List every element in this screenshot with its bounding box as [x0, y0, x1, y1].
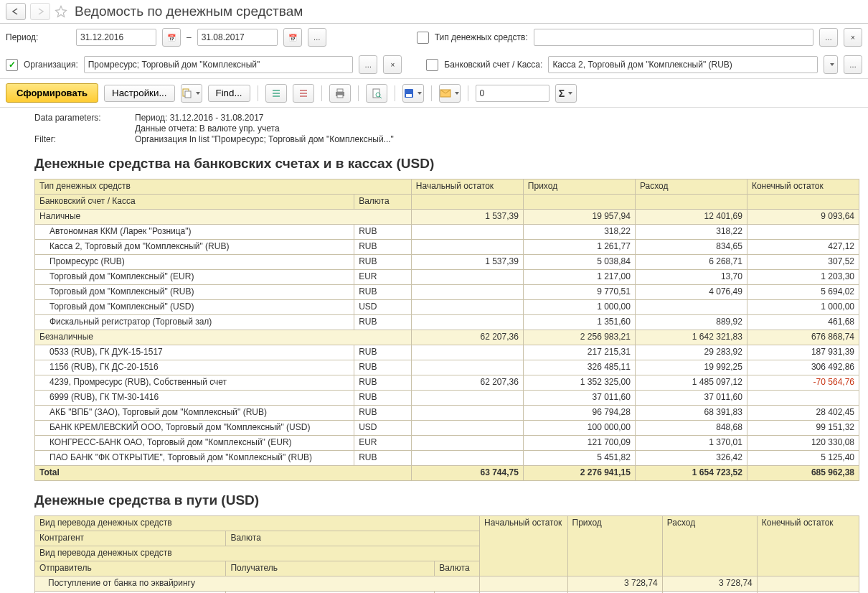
table-row[interactable]: АКБ "ВПБ" (ЗАО), Торговый дом "Комплексн… — [35, 406, 859, 421]
table-row[interactable]: КОНГРЕСС-БАНК ОАО, Торговый дом "Комплек… — [35, 436, 859, 451]
money-type-label: Тип денежных средств: — [435, 32, 528, 42]
num-input[interactable]: 0 — [476, 85, 549, 102]
calendar-icon[interactable]: 📅 — [283, 28, 302, 47]
table-row[interactable]: Безналичные62 207,362 256 983,211 642 32… — [35, 330, 859, 345]
email-button[interactable] — [439, 84, 461, 103]
preview-button[interactable] — [366, 84, 387, 103]
variants-button[interactable] — [181, 84, 202, 103]
print-button[interactable] — [329, 84, 351, 103]
bank-checkbox[interactable] — [426, 59, 438, 71]
date-to-input[interactable]: 31.08.2017 — [197, 29, 278, 46]
collapse-button[interactable] — [293, 84, 314, 103]
section1-title: Денежные средства на банковских счетах и… — [34, 156, 862, 172]
money-type-input[interactable] — [534, 29, 813, 46]
money-type-checkbox[interactable] — [417, 32, 429, 44]
bank-select-button[interactable]: … — [844, 55, 862, 74]
table-row[interactable]: 1156 (RUB), ГК ДС-20-1516RUB326 485,1119… — [35, 360, 859, 375]
period-select-button[interactable]: … — [308, 28, 326, 47]
section1-table: Тип денежных средствНачальный остатокПри… — [34, 179, 859, 481]
table-row[interactable]: Торговый дом "Комплексный" (RUB)RUB9 770… — [35, 285, 859, 300]
svg-rect-8 — [406, 94, 412, 97]
table-row[interactable]: Торговый дом "Комплексный" (USD)USD1 000… — [35, 300, 859, 315]
params-label: Data parameters: — [34, 113, 121, 123]
sum-button[interactable]: Σ — [555, 84, 577, 103]
generate-button[interactable]: Сформировать — [6, 83, 98, 103]
table-row[interactable]: Фискальный регистратор (Торговый зал)RUB… — [35, 315, 859, 330]
svg-rect-3 — [337, 89, 343, 92]
filter-value: Организация In list "Промресурс; Торговы… — [135, 134, 394, 144]
org-input[interactable]: Промресурс; Торговый дом "Комплексный" — [84, 56, 354, 73]
params-line: Период: 31.12.2016 - 31.08.2017 — [135, 113, 264, 123]
dash: – — [187, 32, 192, 42]
org-select-button[interactable]: … — [359, 55, 377, 74]
table-row[interactable]: ПАО БАНК "ФК ОТКРЫТИЕ", Торговый дом "Ко… — [35, 451, 859, 466]
table-row[interactable]: Автономная ККМ (Ларек "Розница")RUB318,2… — [35, 225, 859, 240]
table-row[interactable]: 6999 (RUB), ГК ТМ-30-1416RUB37 011,6037 … — [35, 391, 859, 406]
table-row[interactable]: БАНК КРЕМЛЕВСКИЙ ООО, Торговый дом "Комп… — [35, 421, 859, 436]
org-label: Организация: — [24, 60, 78, 70]
money-type-clear-button[interactable]: × — [844, 28, 862, 47]
settings-button[interactable]: Настройки... — [104, 85, 174, 102]
save-button[interactable] — [402, 84, 424, 103]
bank-input[interactable]: Касса 2, Торговый дом "Комплексный" (RUB… — [548, 56, 818, 73]
svg-rect-4 — [337, 95, 343, 98]
table-row[interactable]: Промресурс (RUB)RUB1 537,395 038,846 268… — [35, 255, 859, 270]
page-title: Ведомость по денежным средствам — [75, 4, 303, 19]
back-button[interactable] — [6, 3, 26, 20]
table-row[interactable]: Торговый дом "Комплексный" (EUR)EUR1 217… — [35, 270, 859, 285]
find-button[interactable]: Find... — [208, 85, 250, 102]
date-from-input[interactable]: 31.12.2016 — [76, 29, 156, 46]
table-row[interactable]: Касса 2, Торговый дом "Комплексный" (RUB… — [35, 240, 859, 255]
filter-label: Filter: — [34, 134, 121, 144]
expand-button[interactable] — [265, 84, 287, 103]
period-label: Период: — [6, 32, 70, 42]
money-type-select-button[interactable]: … — [819, 28, 838, 47]
bank-dropdown-button[interactable] — [824, 55, 838, 74]
calendar-icon[interactable]: 📅 — [162, 28, 181, 47]
org-clear-button[interactable]: × — [383, 55, 402, 74]
forward-button[interactable] — [30, 3, 50, 20]
org-checkbox[interactable] — [6, 59, 18, 71]
star-icon[interactable] — [55, 5, 67, 18]
params-line: Данные отчета: В валюте упр. учета — [135, 123, 280, 134]
section2-title: Денежные средства в пути (USD) — [34, 492, 862, 508]
bank-label: Банковский счет / Касса: — [444, 60, 542, 70]
table-row[interactable]: 4239, Промресурс (RUB), Собственный счет… — [35, 375, 859, 391]
table-row[interactable]: Наличные1 537,3919 957,9412 401,699 093,… — [35, 210, 859, 225]
section2-table: Вид перевода денежных средствНачальный о… — [34, 515, 859, 593]
table-row[interactable]: Поступление от банка по эквайрингу3 728,… — [35, 576, 859, 592]
svg-rect-1 — [185, 91, 191, 98]
table-row[interactable]: 0533 (RUB), ГК ДУК-15-1517RUB217 215,312… — [35, 345, 859, 360]
